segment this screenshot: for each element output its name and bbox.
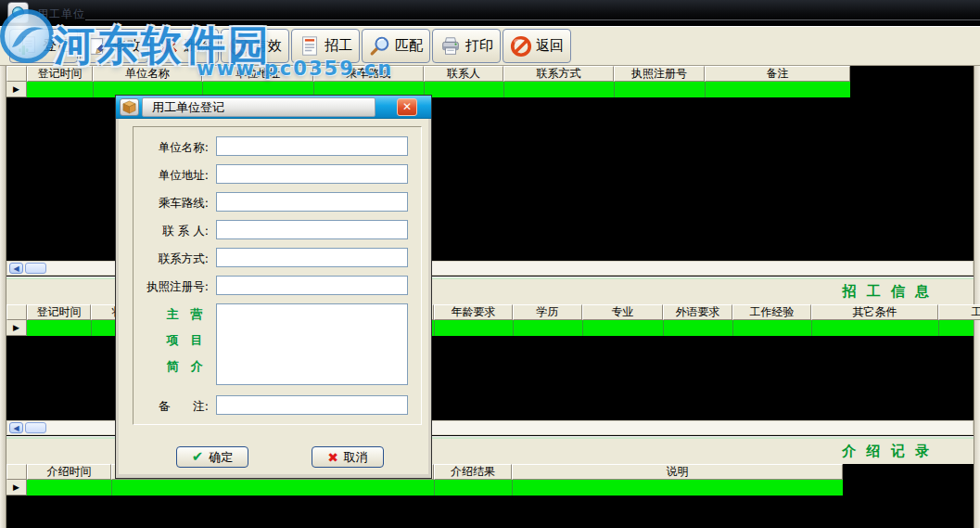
scrollbar-thumb[interactable]: [25, 263, 46, 274]
column-header[interactable]: 说明: [512, 464, 843, 480]
window-titlebar[interactable]: 用工单位: [0, 0, 980, 26]
invalid-circle-icon: [228, 35, 250, 58]
selected-row-highlight: [27, 480, 843, 496]
row-selector-icon: ▶: [6, 82, 27, 97]
license-number-input[interactable]: [216, 276, 408, 295]
column-header[interactable]: 工资: [938, 304, 980, 320]
edit-button[interactable]: 修改: [80, 29, 148, 63]
cancel-button[interactable]: ✖ 取消: [312, 446, 384, 468]
field-label: 执照注册号:: [133, 279, 209, 295]
intro-selected-row[interactable]: ▶: [6, 480, 843, 496]
application-window: 用工单位 河东软件园 www.pc0359.cn 登记 修改 删除 有效 招工: [0, 0, 980, 528]
magnifier-icon: [369, 35, 391, 58]
bus-route-input[interactable]: [216, 192, 408, 212]
column-header[interactable]: 执照注册号: [614, 66, 705, 82]
main-business-label: 主 营 项 目 简 介: [156, 305, 213, 383]
ok-button[interactable]: ✔ 确定: [176, 446, 248, 468]
field-label: 乘车路线:: [133, 196, 209, 212]
column-header[interactable]: 单位名称: [93, 66, 202, 82]
dialog-title: 用工单位登记: [142, 97, 375, 117]
valid-button-label: 有效: [254, 37, 282, 55]
column-header[interactable]: 登记时间: [27, 304, 91, 320]
field-label: 单位名称:: [133, 140, 209, 156]
register-icon: [17, 35, 39, 58]
unit-name-input[interactable]: [216, 136, 408, 156]
titlebar-divider: [85, 19, 980, 20]
contact-method-input[interactable]: [216, 248, 408, 267]
recruit-button-label: 招工: [325, 37, 352, 55]
register-button-label: 登记: [43, 37, 70, 55]
unit-address-input[interactable]: [216, 164, 408, 184]
note-input[interactable]: [216, 395, 408, 415]
contact-person-input[interactable]: [216, 220, 408, 239]
return-button[interactable]: 返回: [503, 29, 571, 63]
check-icon: ✔: [192, 450, 204, 464]
intro-section-title: 介 绍 记 录: [842, 443, 932, 460]
window-left-border: [0, 66, 6, 528]
column-header[interactable]: 工作经验: [732, 304, 811, 320]
window-right-border: [974, 66, 980, 528]
printer-icon: [439, 35, 462, 58]
scroll-left-button[interactable]: ◀: [9, 263, 23, 274]
column-header[interactable]: 外语要求: [663, 304, 732, 320]
field-label: 备 注:: [133, 399, 209, 415]
cancel-button-label: 取消: [344, 449, 368, 466]
row-selector-header: [6, 304, 27, 320]
delete-button-label: 删除: [184, 37, 211, 55]
column-header[interactable]: 学历: [513, 304, 582, 320]
field-label: 联系方式:: [133, 251, 209, 267]
cross-icon: ✖: [327, 451, 338, 464]
column-header[interactable]: 介绍时间: [27, 464, 111, 480]
recruit-form-icon: [299, 35, 321, 58]
column-header[interactable]: 登记时间: [27, 66, 93, 82]
column-header[interactable]: 其它条件: [811, 304, 938, 320]
row-selector-header: [6, 66, 27, 82]
row-selector-header: [6, 464, 27, 480]
match-button-label: 匹配: [395, 37, 423, 55]
row-selector-icon: ▶: [6, 480, 27, 496]
print-button[interactable]: 打印: [432, 29, 501, 63]
scrollbar-thumb[interactable]: [25, 422, 46, 433]
edit-button-label: 修改: [113, 37, 141, 55]
register-button[interactable]: 登记: [9, 29, 78, 63]
main-business-textarea[interactable]: [216, 303, 408, 385]
toolbar: 登记 修改 删除 有效 招工 匹配 打印 返回: [0, 26, 980, 66]
column-header[interactable]: 单位地址: [202, 66, 313, 82]
return-button-label: 返回: [536, 37, 564, 55]
ok-button-label: 确定: [209, 449, 233, 466]
match-button[interactable]: 匹配: [362, 29, 430, 63]
column-header[interactable]: 介绍结果: [434, 464, 512, 480]
column-header[interactable]: 年龄要求: [434, 304, 513, 320]
column-header[interactable]: 乘车路线: [313, 66, 424, 82]
globe-icon: [12, 6, 24, 19]
valid-button[interactable]: 有效: [221, 29, 289, 63]
window-title: 用工单位: [37, 6, 85, 22]
delete-icon: [158, 35, 180, 58]
scroll-left-button[interactable]: ◀: [9, 422, 23, 433]
column-header[interactable]: 专业: [582, 304, 663, 320]
edit-icon: [87, 35, 109, 58]
dialog-titlebar[interactable]: 用工单位登记 ✕: [116, 96, 431, 119]
field-label: 联 系 人:: [133, 224, 209, 239]
column-header[interactable]: 联系方式: [503, 66, 614, 82]
dialog-package-icon: [120, 98, 139, 116]
print-button-label: 打印: [465, 37, 493, 55]
column-header[interactable]: 联系人: [424, 66, 503, 82]
app-icon[interactable]: [7, 2, 29, 23]
field-label: 单位地址:: [133, 168, 209, 184]
recruit-button[interactable]: 招工: [291, 29, 360, 63]
employer-registration-dialog: 用工单位登记 ✕ 单位名称: 单位地址: 乘车路线: 联 系 人: 联系方式: …: [116, 96, 431, 478]
dialog-close-button[interactable]: ✕: [397, 98, 417, 116]
prohibition-icon: [510, 35, 532, 58]
row-selector-icon: ▶: [6, 320, 27, 336]
column-header[interactable]: 备注: [705, 66, 850, 82]
recruit-section-title: 招 工 信 息: [842, 283, 932, 301]
employer-table-header: 登记时间 单位名称 单位地址 乘车路线 联系人 联系方式 执照注册号 备注: [6, 66, 850, 82]
delete-button[interactable]: 删除: [150, 29, 219, 63]
